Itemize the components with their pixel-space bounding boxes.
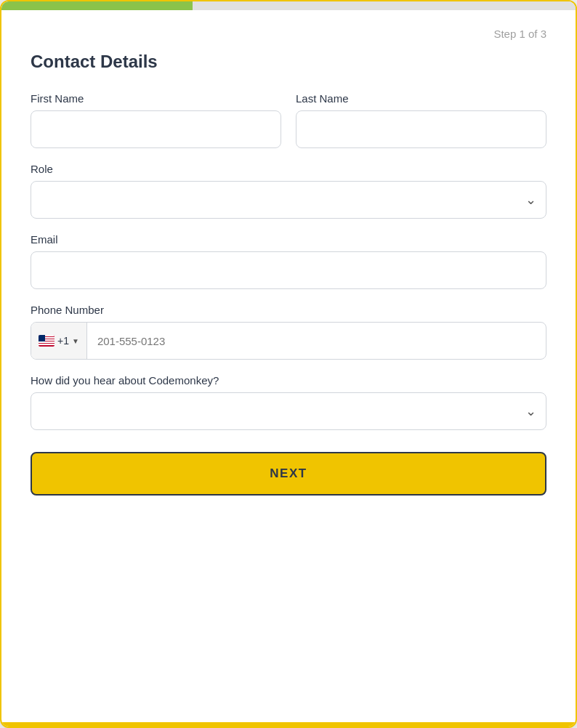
last-name-group: Last Name xyxy=(296,92,546,148)
progress-bar xyxy=(1,1,576,10)
phone-input-group: +1 ▼ xyxy=(31,322,546,360)
us-flag-icon xyxy=(39,335,55,347)
email-input[interactable] xyxy=(31,251,546,289)
first-name-label: First Name xyxy=(31,92,281,105)
phone-number-input[interactable] xyxy=(87,323,546,359)
role-select-wrapper: Teacher Administrator Student Parent ⌄ xyxy=(31,181,546,219)
last-name-input[interactable] xyxy=(296,110,546,148)
last-name-label: Last Name xyxy=(296,92,546,105)
country-chevron-icon: ▼ xyxy=(72,337,79,345)
progress-bar-remaining xyxy=(193,1,576,10)
how-heard-select[interactable]: Social Media Friend Advertisement Search… xyxy=(31,392,546,430)
phone-country-selector[interactable]: +1 ▼ xyxy=(31,323,87,359)
registration-card: Step 1 of 3 Contact Details First Name L… xyxy=(0,0,577,728)
role-group: Role Teacher Administrator Student Paren… xyxy=(31,163,546,219)
how-heard-label: How did you hear about Codemonkey? xyxy=(31,374,546,387)
first-name-group: First Name xyxy=(31,92,281,148)
country-code: +1 xyxy=(57,335,69,347)
page-title: Contact Details xyxy=(31,52,546,72)
role-label: Role xyxy=(31,163,546,175)
name-row: First Name Last Name xyxy=(31,92,546,148)
step-indicator-text: Step 1 of 3 xyxy=(493,28,546,40)
form-content: Step 1 of 3 Contact Details First Name L… xyxy=(1,10,576,525)
email-label: Email xyxy=(31,233,546,246)
first-name-input[interactable] xyxy=(31,110,281,148)
progress-bar-fill xyxy=(1,1,193,10)
email-group: Email xyxy=(31,233,546,289)
role-select[interactable]: Teacher Administrator Student Parent xyxy=(31,181,546,219)
phone-group: Phone Number +1 ▼ xyxy=(31,304,546,360)
how-heard-group: How did you hear about Codemonkey? Socia… xyxy=(31,374,546,430)
step-indicator: Step 1 of 3 xyxy=(31,28,546,40)
bottom-border xyxy=(1,722,576,727)
phone-label: Phone Number xyxy=(31,304,546,316)
how-heard-select-wrapper: Social Media Friend Advertisement Search… xyxy=(31,392,546,430)
next-button[interactable]: NEXT xyxy=(31,452,546,496)
